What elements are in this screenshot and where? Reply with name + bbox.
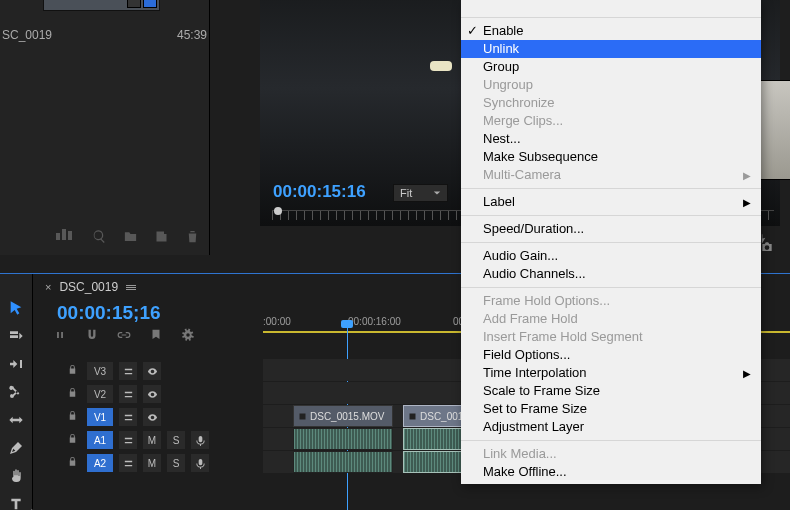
audio-clip[interactable] xyxy=(293,451,393,473)
track-label[interactable]: V3 xyxy=(87,362,113,380)
toggle-output-icon[interactable] xyxy=(119,385,137,403)
solo-button[interactable]: S xyxy=(167,454,185,472)
track-label[interactable]: V1 xyxy=(87,408,113,426)
track-label[interactable]: A2 xyxy=(87,454,113,472)
selection-tool[interactable]: ▸ xyxy=(7,300,25,316)
check-icon: ✓ xyxy=(467,22,478,40)
toggle-visibility-icon[interactable] xyxy=(143,385,161,403)
toggle-visibility-icon[interactable] xyxy=(143,408,161,426)
solo-button[interactable]: S xyxy=(167,431,185,449)
toggle-visibility-icon[interactable] xyxy=(143,362,161,380)
nudge-icon[interactable] xyxy=(53,328,67,345)
toggle-output-icon[interactable] xyxy=(119,454,137,472)
source-timecode[interactable]: 00:00:15:16 xyxy=(273,182,366,202)
track-select-tool[interactable] xyxy=(7,328,25,344)
lock-icon[interactable] xyxy=(67,387,81,401)
menu-item-enable[interactable]: ✓ Enable xyxy=(461,22,761,40)
timeline-option-icons xyxy=(53,328,195,345)
playhead-icon[interactable] xyxy=(274,207,282,215)
ruler-tick: :00:00 xyxy=(263,316,291,327)
close-tab-icon[interactable]: × xyxy=(45,281,51,293)
pen-tool[interactable] xyxy=(7,440,25,456)
film-icon xyxy=(298,412,307,421)
menu-item-adjustment-layer[interactable]: Adjustment Layer xyxy=(461,418,761,436)
track-a1[interactable]: A1 M S xyxy=(43,429,258,451)
track-v1[interactable]: V1 xyxy=(43,406,258,428)
razor-tool[interactable] xyxy=(7,384,25,400)
toggle-output-icon[interactable] xyxy=(119,431,137,449)
menu-item-scale-to-frame-size[interactable]: Scale to Frame Size xyxy=(461,382,761,400)
snap-icon[interactable] xyxy=(85,328,99,345)
bin-clip-duration: 45:39 xyxy=(177,28,207,42)
timeline-timecode[interactable]: 00:00:15;16 xyxy=(57,302,161,324)
new-bin-icon[interactable] xyxy=(123,229,138,247)
voiceover-icon[interactable] xyxy=(191,454,209,472)
lock-icon[interactable] xyxy=(67,456,81,470)
toggle-output-icon[interactable] xyxy=(119,408,137,426)
context-menu: ✓ Enable Unlink Group Ungroup Synchroniz… xyxy=(461,0,761,484)
menu-item-nest[interactable]: Nest... xyxy=(461,130,761,148)
menu-item-set-to-frame-size[interactable]: Set to Frame Size xyxy=(461,400,761,418)
tool-palette: ▸ xyxy=(0,274,33,510)
program-monitor xyxy=(758,80,790,180)
settings-icon[interactable] xyxy=(181,328,195,345)
slip-tool[interactable] xyxy=(7,412,25,428)
bin-clip-name[interactable]: SC_0019 xyxy=(2,28,52,42)
search-icon[interactable] xyxy=(92,229,107,247)
project-bin: SC_0019 45:39 xyxy=(0,0,210,255)
menu-item-make-subsequence[interactable]: Make Subsequence xyxy=(461,148,761,166)
voiceover-icon[interactable] xyxy=(191,431,209,449)
submenu-arrow-icon: ▶ xyxy=(743,167,751,185)
track-a2[interactable]: A2 M S xyxy=(43,452,258,474)
track-label[interactable]: V2 xyxy=(87,385,113,403)
menu-item-insert-frame-hold-segment: Insert Frame Hold Segment xyxy=(461,328,761,346)
ripple-edit-tool[interactable] xyxy=(7,356,25,372)
film-icon xyxy=(408,412,417,421)
marker-icon[interactable] xyxy=(149,328,163,345)
new-item-icon[interactable] xyxy=(154,229,169,247)
export-frame-icon[interactable] xyxy=(759,240,775,257)
trash-icon[interactable] xyxy=(185,229,200,247)
menu-item-audio-channels[interactable]: Audio Channels... xyxy=(461,265,761,283)
audio-clip xyxy=(293,428,393,450)
bin-clip-thumb[interactable] xyxy=(43,0,160,11)
menu-item-audio-gain[interactable]: Audio Gain... xyxy=(461,247,761,265)
track-headers: V3 V2 V1 A1 xyxy=(43,360,258,475)
mute-button[interactable]: M xyxy=(143,431,161,449)
zoom-fit-label: Fit xyxy=(400,187,412,199)
linked-selection-icon[interactable] xyxy=(117,328,131,345)
track-label[interactable]: A1 xyxy=(87,431,113,449)
menu-item-label[interactable]: Label ▶ xyxy=(461,193,761,211)
menu-item-speed-duration[interactable]: Speed/Duration... xyxy=(461,220,761,238)
track-v3[interactable]: V3 xyxy=(43,360,258,382)
list-view-icon[interactable] xyxy=(56,229,76,247)
menu-item-merge-clips: Merge Clips... xyxy=(461,112,761,130)
lock-icon[interactable] xyxy=(67,433,81,447)
sequence-tab[interactable]: × DSC_0019 xyxy=(45,280,136,294)
video-clip[interactable]: DSC_0015.MOV xyxy=(293,405,393,427)
menu-item-time-interpolation[interactable]: Time Interpolation ▶ xyxy=(461,364,761,382)
hand-tool[interactable] xyxy=(7,468,25,484)
menu-item-add-frame-hold: Add Frame Hold xyxy=(461,310,761,328)
chevron-down-icon xyxy=(433,189,441,197)
toggle-output-icon[interactable] xyxy=(119,362,137,380)
sequence-name: DSC_0019 xyxy=(59,280,118,294)
submenu-arrow-icon: ▶ xyxy=(743,194,751,212)
bin-footer-icons xyxy=(0,229,210,247)
menu-item-cutoff xyxy=(461,3,761,13)
clip-label: DSC_0015.MOV xyxy=(310,411,384,422)
lock-icon[interactable] xyxy=(67,410,81,424)
zoom-fit-dropdown[interactable]: Fit xyxy=(393,184,448,202)
lock-icon[interactable] xyxy=(67,364,81,378)
menu-item-unlink[interactable]: Unlink xyxy=(461,40,761,58)
submenu-arrow-icon: ▶ xyxy=(743,365,751,383)
track-v2[interactable]: V2 xyxy=(43,383,258,405)
menu-item-group[interactable]: Group xyxy=(461,58,761,76)
mute-button[interactable]: M xyxy=(143,454,161,472)
menu-item-make-offline[interactable]: Make Offline... xyxy=(461,463,761,481)
panel-menu-icon[interactable] xyxy=(126,285,136,290)
type-tool[interactable] xyxy=(7,496,25,510)
menu-item-field-options[interactable]: Field Options... xyxy=(461,346,761,364)
video-badge-icon xyxy=(143,0,157,8)
menu-item-frame-hold-options: Frame Hold Options... xyxy=(461,292,761,310)
